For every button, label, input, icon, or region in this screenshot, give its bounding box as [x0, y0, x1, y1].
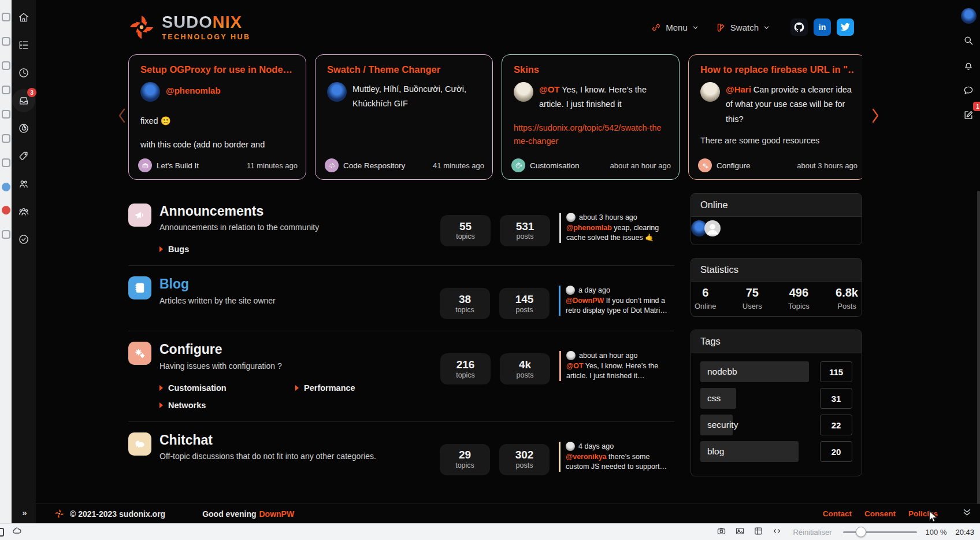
posts-count: 531posts: [500, 215, 550, 246]
tag-link[interactable]: css: [700, 388, 736, 409]
topic-title[interactable]: Skins: [514, 64, 667, 75]
github-icon[interactable]: [790, 19, 808, 36]
solved-check-icon[interactable]: [16, 231, 32, 247]
twitter-icon[interactable]: [837, 19, 854, 36]
user-mention[interactable]: @phenomlab: [566, 224, 612, 232]
code-brackets-icon[interactable]: [772, 526, 782, 538]
category-title[interactable]: Configure: [159, 342, 282, 357]
copyright-text: © 2021-2023 sudonix.org: [70, 509, 165, 519]
gears-icon[interactable]: [128, 342, 151, 365]
card-category-label[interactable]: Code Respository: [343, 161, 405, 170]
card-category-label[interactable]: Configure: [717, 161, 751, 170]
gears-icon: [698, 158, 712, 172]
zoom-slider-knob[interactable]: [856, 527, 866, 537]
topic-card[interactable]: How to replace firebase URL in "… @Hari …: [688, 54, 862, 180]
carousel-prev-icon[interactable]: [116, 104, 128, 127]
carousel-next-icon[interactable]: [869, 104, 882, 127]
topic-link[interactable]: https://sudonix.org/topic/542/swatch-the…: [514, 121, 667, 146]
background-window-icon: [2, 134, 10, 143]
zoom-slider[interactable]: [843, 531, 917, 533]
chat-bubbles-icon[interactable]: [128, 432, 151, 456]
scroll-to-bottom-icon[interactable]: [962, 508, 972, 520]
background-window-icon: [2, 37, 10, 46]
categories-icon[interactable]: [16, 37, 32, 53]
subcategory-link[interactable]: Networks: [159, 401, 295, 410]
background-window-icon: [2, 61, 10, 70]
category-title[interactable]: Blog: [159, 276, 276, 291]
menu-label: Menu: [666, 23, 688, 32]
category-title[interactable]: Chitchat: [159, 432, 376, 447]
latest-post-preview[interactable]: a day ago @DownPW If you don’t mind a re…: [559, 286, 674, 316]
tag-link[interactable]: nodebb: [700, 361, 809, 382]
window-grid-icon[interactable]: [753, 526, 763, 538]
topic-card[interactable]: Skins @OT Yes, I know. Here’s the articl…: [502, 54, 680, 180]
online-user-avatar[interactable]: [704, 220, 721, 236]
topic-title[interactable]: How to replace firebase URL in "…: [700, 64, 854, 75]
topic-title[interactable]: Swatch / Theme Changer: [327, 64, 481, 75]
category-title[interactable]: Announcements: [159, 204, 319, 219]
user-mention[interactable]: @phenomlab: [166, 82, 221, 95]
cloud-icon[interactable]: [12, 526, 22, 538]
username-link[interactable]: DownPW: [259, 509, 295, 519]
card-category-label[interactable]: Customisation: [530, 161, 580, 170]
os-taskbar: Réinitialiser 100 % 20:43: [0, 523, 980, 540]
posts-count: 302posts: [499, 444, 550, 475]
home-icon[interactable]: [16, 9, 32, 25]
tags-title: Tags: [691, 330, 862, 353]
compose-icon[interactable]: 1: [960, 107, 977, 123]
reset-button[interactable]: Réinitialiser: [793, 528, 831, 537]
menu-dropdown[interactable]: Menu: [651, 23, 699, 32]
notifications-bell-icon[interactable]: [960, 57, 977, 73]
consent-link[interactable]: Consent: [864, 509, 896, 518]
latest-post-preview[interactable]: about an hour ago @OT Yes, I know. Here’…: [559, 351, 675, 381]
unread-inbox-icon[interactable]: 3: [16, 93, 32, 109]
site-logo[interactable]: SUDONIX TECHNOLOGY HUB: [128, 14, 251, 41]
topic-card[interactable]: Setup OGProxy for use in Node… @phenomla…: [128, 54, 306, 180]
scrollbar[interactable]: [977, 191, 980, 515]
topic-card[interactable]: Swatch / Theme Changer Muttley, Híhí, Bu…: [315, 54, 493, 180]
tag-count: 31: [820, 388, 852, 409]
image-icon[interactable]: [735, 526, 745, 538]
popular-flame-icon[interactable]: [16, 120, 32, 136]
briefcase-icon: [138, 158, 152, 172]
contact-link[interactable]: Contact: [823, 509, 852, 518]
journal-icon[interactable]: [128, 276, 151, 299]
online-title: Online: [691, 194, 862, 217]
user-mention[interactable]: @OT: [566, 362, 584, 370]
user-mention[interactable]: @veronikya: [566, 453, 607, 461]
current-user-avatar[interactable]: [961, 8, 977, 24]
subcategory-link[interactable]: Performance: [295, 383, 431, 393]
tags-icon[interactable]: [16, 148, 32, 164]
avatar[interactable]: [140, 82, 160, 102]
chat-icon[interactable]: [960, 82, 977, 98]
stat-topics: 496Topics: [788, 286, 810, 310]
user-mention[interactable]: @OT: [539, 84, 559, 94]
tag-link[interactable]: security: [700, 415, 733, 435]
card-category-label[interactable]: Let's Build It: [157, 161, 199, 170]
tag-link[interactable]: blog: [700, 441, 799, 462]
subcategory-link[interactable]: Bugs: [159, 245, 295, 254]
megaphone-icon[interactable]: [128, 204, 151, 227]
search-icon[interactable]: [960, 32, 977, 49]
greeting-text: Good eveningDownPW: [202, 509, 294, 519]
linkedin-icon[interactable]: in: [814, 19, 831, 36]
expand-rail-chevrons[interactable]: »: [12, 508, 36, 517]
camera-icon[interactable]: [717, 526, 726, 538]
recent-clock-icon[interactable]: [16, 65, 32, 81]
latest-post-preview[interactable]: 4 days ago @veronikya there’s some custo…: [559, 442, 674, 472]
subcategory-link[interactable]: Customisation: [159, 383, 295, 393]
groups-icon[interactable]: [16, 204, 32, 220]
latest-post-preview[interactable]: about 3 hours ago @phenomlab yeap, clear…: [559, 213, 675, 243]
swatch-dropdown[interactable]: Swatch: [716, 23, 770, 32]
avatar[interactable]: [514, 82, 533, 102]
users-icon[interactable]: [16, 176, 32, 192]
right-utility-rail: 1: [957, 0, 980, 523]
code-icon: [325, 158, 339, 172]
background-window-icon: [2, 230, 10, 239]
user-mention[interactable]: @DownPW: [566, 297, 604, 305]
avatar[interactable]: [700, 82, 720, 102]
sudonix-logo-icon: [128, 14, 155, 40]
user-mention[interactable]: @Hari: [726, 84, 751, 94]
topic-title[interactable]: Setup OGProxy for use in Node…: [140, 64, 294, 75]
avatar[interactable]: [327, 82, 347, 102]
